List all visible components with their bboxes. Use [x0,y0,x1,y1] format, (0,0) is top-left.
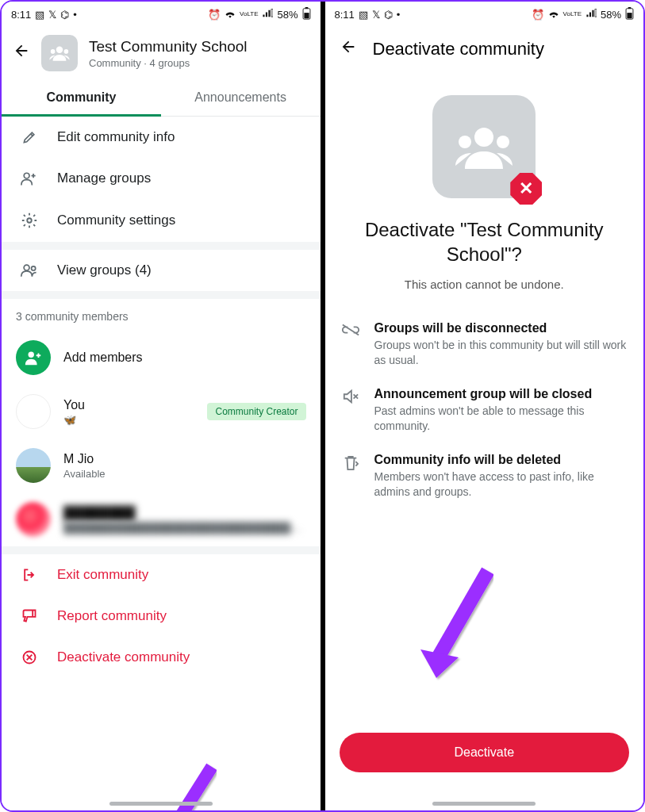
signal-icon [585,9,597,21]
battery-pct: 58% [277,9,298,21]
avatar [16,502,51,537]
back-icon[interactable] [340,38,357,60]
home-indicator [432,802,536,806]
community-avatar-large: ✕ [432,95,536,198]
svg-point-7 [27,218,32,223]
row-report-community[interactable]: Report community [2,596,321,637]
pencil-icon [19,129,40,145]
deactivate-icon [19,649,40,665]
deactivate-button[interactable]: Deactivate [340,733,630,772]
confirm-subtitle: This action cannot be undone. [325,274,644,307]
member-status: 🦋 [63,414,85,426]
avatar [16,448,51,483]
row-label: Manage groups [57,170,151,186]
member-you[interactable]: You 🦋 Community Creator [2,385,321,439]
bullet-desc: Past admins won't be able to message thi… [374,404,630,434]
creator-badge: Community Creator [207,403,305,420]
battery-icon [625,7,634,22]
back-icon[interactable] [13,42,30,64]
member-status: ███████████████████████████████|... [63,522,306,534]
member-name: ████████ [63,506,306,520]
members-header: 3 community members [2,299,321,331]
svg-point-5 [64,49,69,54]
battery-pct: 58% [601,9,621,21]
bullet-head: Groups will be disconnected [374,321,630,335]
dot-icon: • [397,9,401,21]
confirm-title: Deactivate "Test Community School"? [325,198,644,274]
home-indicator [109,802,213,806]
gallery-icon: ▧ [359,9,368,21]
stop-badge-icon: ✕ [510,173,542,205]
row-exit-community[interactable]: Exit community [2,554,321,596]
community-title: Test Community School [89,38,248,56]
groups-icon [19,263,40,278]
tab-announcements[interactable]: Announcements [161,79,321,116]
row-manage-groups[interactable]: Manage groups [2,158,321,199]
alarm-icon: ⏰ [532,9,544,21]
wifi-icon [225,9,236,21]
member-redacted[interactable]: ████████ ███████████████████████████████… [2,492,321,546]
svg-rect-14 [627,13,632,18]
battery-icon [302,7,311,22]
row-edit-community[interactable]: Edit community info [2,117,321,158]
row-community-settings[interactable]: Community settings [2,199,321,242]
member-name: You [63,398,85,412]
bug-icon: ⌬ [60,9,69,21]
exit-icon [19,567,40,583]
row-label: Community settings [57,213,175,228]
svg-rect-2 [304,13,309,18]
community-avatar[interactable] [41,35,78,71]
tab-community[interactable]: Community [2,79,161,116]
x-icon: 𝕏 [48,9,56,21]
row-label: View groups (4) [57,262,152,278]
svg-point-4 [51,49,56,54]
svg-point-8 [24,265,29,270]
avatar [16,394,51,429]
member-name: M Jio [63,452,106,466]
hint-arrow [413,567,500,686]
wifi-icon [548,9,559,21]
row-add-members[interactable]: Add members [2,331,321,385]
bullet-desc: Members won't have access to past info, … [374,469,630,500]
signal-icon [262,9,273,21]
status-time: 8:11 [335,9,355,21]
row-label: Report community [57,608,167,624]
bullet-info-deleted: Community info will be deleted Members w… [340,443,630,509]
gallery-icon: ▧ [35,9,44,21]
status-bar: 8:11 ▧ 𝕏 ⌬ • ⏰ VoLTE 58% [325,2,644,27]
person-add-icon [19,170,40,186]
status-time: 8:11 [11,9,31,21]
gear-icon [19,212,40,229]
header: Deactivate community [325,27,644,71]
row-label: Edit community info [57,129,175,145]
svg-point-6 [24,173,29,178]
row-label: Deactivate community [57,649,190,665]
unlink-icon [340,321,362,368]
bullet-disconnect: Groups will be disconnected Groups won't… [340,312,630,377]
member-mjio[interactable]: M Jio Available [2,439,321,492]
row-label: Exit community [57,567,148,583]
header: Test Community School Community · 4 grou… [2,27,321,79]
svg-point-17 [497,136,509,148]
row-deactivate-community[interactable]: Deactivate community [2,637,321,678]
alarm-icon: ⏰ [208,9,221,21]
svg-point-3 [56,47,63,53]
x-icon: 𝕏 [372,9,380,21]
svg-point-16 [459,136,471,148]
screen-community-info: 8:11 ▧ 𝕏 ⌬ • ⏰ VoLTE 58% [2,2,321,810]
community-subtitle: Community · 4 groups [89,57,248,69]
svg-point-10 [29,352,34,358]
bullet-announce-closed: Announcement group will be closed Past a… [340,377,630,443]
volte-label: VoLTE [240,11,258,17]
member-status: Available [63,468,106,480]
bug-icon: ⌬ [384,9,393,21]
add-members-label: Add members [63,350,143,365]
screen-deactivate-confirm: 8:11 ▧ 𝕏 ⌬ • ⏰ VoLTE 58% [325,2,644,810]
volte-label: VoLTE [563,11,582,17]
add-members-icon [16,340,51,375]
row-view-groups[interactable]: View groups (4) [2,250,321,291]
status-bar: 8:11 ▧ 𝕏 ⌬ • ⏰ VoLTE 58% [2,2,321,27]
tabs: Community Announcements [2,79,321,117]
dot-icon: • [73,9,77,21]
mute-icon [340,387,362,434]
